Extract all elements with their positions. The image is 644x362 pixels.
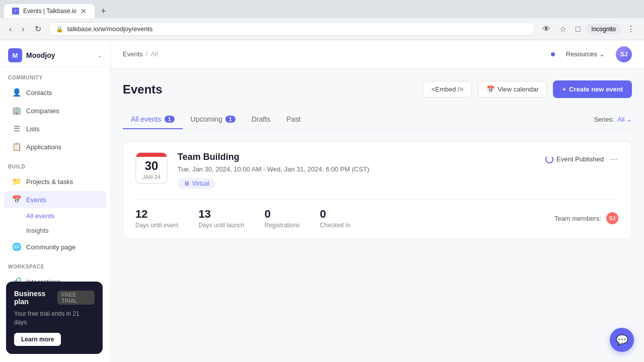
learn-more-button[interactable]: Learn more bbox=[14, 333, 61, 346]
main-content: Events / All Resources ⌄ SJ Events <E bbox=[111, 40, 644, 362]
tab-upcoming[interactable]: Upcoming 1 bbox=[183, 110, 244, 129]
series-chevron-icon: ⌄ bbox=[626, 116, 632, 123]
lists-icon: ☰ bbox=[12, 124, 21, 133]
plan-top: Business plan FREE TRIAL bbox=[14, 290, 95, 306]
sidebar-sub-item-all-events[interactable]: All events bbox=[4, 209, 106, 223]
event-date-month: JAN 24 bbox=[136, 174, 167, 183]
series-select-button[interactable]: All ⌄ bbox=[617, 116, 632, 123]
series-value: All bbox=[617, 116, 624, 123]
chat-bubble-button[interactable]: 💬 bbox=[610, 328, 634, 352]
tabs-row: All events 1 Upcoming 1 Drafts Past bbox=[123, 110, 632, 129]
community-page-label: Community page bbox=[26, 243, 75, 251]
active-browser-tab[interactable]: T Events | Talkbase.io ✕ bbox=[4, 4, 95, 18]
status-indicator: Event Published bbox=[545, 155, 604, 163]
sidebar-item-lists[interactable]: ☰ Lists bbox=[4, 120, 106, 137]
forward-button[interactable]: › bbox=[19, 23, 27, 36]
breadcrumb-all: All bbox=[150, 50, 157, 58]
stat-registrations-value: 0 bbox=[265, 208, 300, 221]
all-events-tab-label: All events bbox=[131, 115, 162, 123]
eye-off-icon[interactable]: 👁 bbox=[539, 23, 553, 36]
tab-title: Events | Talkbase.io bbox=[23, 8, 76, 15]
workspace-avatar: M bbox=[8, 48, 22, 62]
sidebar-item-projects[interactable]: 📁 Projects & tasks bbox=[4, 173, 106, 190]
view-calendar-label: View calendar bbox=[498, 85, 538, 93]
sidebar-sub-item-insights[interactable]: Insights bbox=[4, 224, 106, 237]
event-date-number: 30 bbox=[136, 157, 167, 174]
event-title[interactable]: Team Building bbox=[178, 152, 535, 162]
plan-name: Business plan bbox=[14, 290, 57, 306]
browser-actions: 👁 ☆ □ Incognito ⋮ bbox=[539, 22, 638, 36]
sidebar-item-applications[interactable]: 📋 Applications bbox=[4, 138, 106, 155]
tab-drafts[interactable]: Drafts bbox=[244, 110, 278, 129]
contacts-label: Contacts bbox=[26, 89, 52, 97]
applications-label: Applications bbox=[26, 143, 61, 151]
page-top-row: Events <Embed /> 📅 View calendar + Creat… bbox=[123, 80, 632, 98]
header-right: Resources ⌄ SJ bbox=[551, 46, 632, 62]
bookmark-icon[interactable]: ☆ bbox=[556, 22, 570, 36]
event-card-top: 30 JAN 24 Team Building Tue, Jan 30, 202… bbox=[135, 152, 619, 189]
events-label: Events bbox=[26, 196, 46, 204]
create-event-label: Create new event bbox=[569, 85, 623, 93]
tabs: All events 1 Upcoming 1 Drafts Past bbox=[123, 110, 308, 129]
team-member-avatar[interactable]: SJ bbox=[605, 211, 619, 225]
page-body: Events <Embed /> 📅 View calendar + Creat… bbox=[111, 68, 644, 259]
sidebar-item-companies[interactable]: 🏢 Companies bbox=[4, 102, 106, 119]
event-status-label: Event Published bbox=[556, 155, 604, 163]
team-members-label: Team members: bbox=[554, 215, 601, 222]
stat-days-until-event-label: Days until event bbox=[135, 222, 178, 229]
address-bar[interactable]: 🔒 talkbase.io/w/moodjoy/events bbox=[48, 22, 535, 36]
upcoming-tab-label: Upcoming bbox=[191, 115, 222, 123]
url-text: talkbase.io/w/moodjoy/events bbox=[67, 25, 153, 33]
incognito-button[interactable]: Incognito bbox=[586, 24, 621, 35]
build-section-label: BUILD bbox=[0, 156, 110, 172]
extensions-icon[interactable]: □ bbox=[573, 23, 584, 36]
tab-past[interactable]: Past bbox=[278, 110, 308, 129]
event-stats: 12 Days until event 13 Days until launch… bbox=[135, 199, 619, 229]
tab-favicon: T bbox=[12, 8, 19, 15]
applications-icon: 📋 bbox=[12, 142, 21, 151]
plan-badge: FREE TRIAL bbox=[57, 291, 95, 305]
stat-days-until-event-value: 12 bbox=[135, 208, 178, 221]
virtual-icon: 🖥 bbox=[184, 180, 190, 187]
date-top-bar bbox=[136, 153, 167, 157]
stat-days-until-launch-value: 13 bbox=[198, 208, 244, 221]
chat-icon: 💬 bbox=[616, 334, 628, 346]
event-info: Team Building Tue, Jan 30, 2024, 10:00 A… bbox=[178, 152, 535, 189]
back-button[interactable]: ‹ bbox=[6, 23, 15, 36]
sidebar-item-contacts[interactable]: 👤 Contacts bbox=[4, 84, 106, 101]
breadcrumb-events[interactable]: Events bbox=[123, 50, 143, 58]
breadcrumb: Events / All bbox=[123, 50, 158, 58]
stat-registrations-label: Registrations bbox=[265, 222, 300, 229]
stat-days-until-event: 12 Days until event bbox=[135, 208, 178, 229]
stat-days-until-launch-label: Days until launch bbox=[198, 222, 244, 229]
all-events-badge: 1 bbox=[165, 116, 175, 123]
series-label: Series: bbox=[594, 116, 614, 123]
series-filter: Series: All ⌄ bbox=[594, 116, 632, 123]
reload-button[interactable]: ↻ bbox=[32, 22, 44, 36]
close-tab-icon[interactable]: ✕ bbox=[80, 7, 87, 15]
view-calendar-button[interactable]: 📅 View calendar bbox=[478, 81, 547, 98]
browser-chrome: T Events | Talkbase.io ✕ + ‹ › ↻ 🔒 talkb… bbox=[0, 0, 644, 40]
create-event-button[interactable]: + Create new event bbox=[553, 80, 632, 98]
resources-chevron-icon: ⌄ bbox=[599, 50, 605, 58]
chevron-icon: ⌄ bbox=[97, 52, 102, 59]
user-avatar[interactable]: SJ bbox=[616, 46, 632, 62]
new-tab-button[interactable]: + bbox=[97, 4, 110, 19]
resources-button[interactable]: Resources ⌄ bbox=[561, 47, 610, 61]
lists-label: Lists bbox=[26, 125, 40, 133]
sidebar-item-events[interactable]: 📅 Events bbox=[4, 191, 106, 208]
page-title: Events bbox=[123, 82, 163, 97]
community-section-label: COMMUNITY bbox=[0, 67, 110, 83]
projects-label: Projects & tasks bbox=[26, 178, 73, 186]
event-menu-button[interactable]: ··· bbox=[608, 152, 619, 166]
event-card: 30 JAN 24 Team Building Tue, Jan 30, 202… bbox=[123, 141, 632, 239]
menu-icon[interactable]: ⋮ bbox=[624, 22, 638, 36]
tab-all-events[interactable]: All events 1 bbox=[123, 110, 183, 129]
plus-icon: + bbox=[562, 85, 566, 93]
embed-button[interactable]: <Embed /> bbox=[423, 81, 472, 98]
breadcrumb-separator: / bbox=[146, 50, 148, 58]
sidebar-item-community-page[interactable]: 🌐 Community page bbox=[4, 238, 106, 255]
upcoming-badge: 1 bbox=[225, 116, 235, 123]
companies-label: Companies bbox=[26, 107, 59, 115]
community-page-icon: 🌐 bbox=[12, 242, 21, 251]
